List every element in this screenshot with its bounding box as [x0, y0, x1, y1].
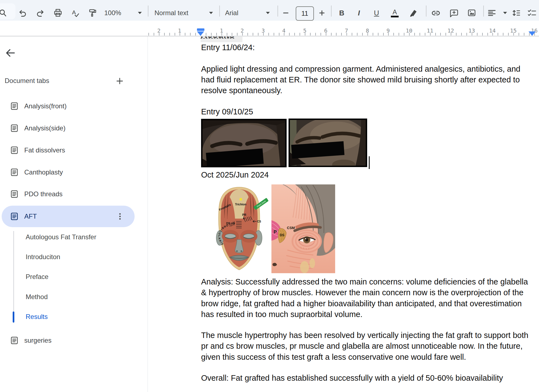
toolbar: A 100% Normal text Arial	[0, 0, 539, 21]
ruler-ticks	[148, 33, 539, 36]
zoom-select[interactable]: 100%	[104, 7, 142, 19]
cs-label: CS	[257, 220, 261, 223]
right-indent-marker[interactable]	[529, 31, 536, 36]
add-comment-button[interactable]	[448, 7, 460, 19]
sidebar-item-analysis-side[interactable]: Analysis(side)	[10, 120, 65, 136]
document-icon	[10, 124, 18, 132]
body-line: Applied light dressing and compression g…	[201, 64, 520, 74]
ruler-baseline	[0, 36, 539, 36]
body-line: had fluid replacement at ER. The donor s…	[201, 74, 520, 85]
divider	[148, 6, 148, 17]
entry-title: Entry 09/10/25	[201, 106, 253, 117]
pr-label: PR	[242, 213, 246, 216]
spellcheck-button[interactable]: A	[69, 7, 81, 19]
redo-button[interactable]	[34, 7, 46, 19]
chevron-down-icon	[209, 12, 213, 14]
p-label: P	[274, 229, 277, 235]
document-icon	[10, 336, 18, 345]
tab-options-menu-button[interactable]	[114, 210, 126, 222]
brow-photo-before[interactable]	[201, 119, 287, 167]
chevron-down-icon	[138, 12, 142, 14]
ds2-label: DS	[280, 233, 284, 237]
insert-image-button[interactable]	[466, 7, 478, 19]
divider	[426, 6, 426, 17]
outline-item-introduciton[interactable]: Introduciton	[26, 251, 60, 262]
sidebar-item-label: PDO threads	[24, 190, 63, 198]
zoom-value: 100%	[104, 9, 121, 17]
search-icon[interactable]	[0, 7, 9, 19]
chevron-down-icon	[266, 12, 270, 14]
paragraph-style-value: Normal text	[154, 9, 188, 17]
font-size-input[interactable]: 11	[296, 6, 314, 21]
outline-item-autologous-fat-transfer[interactable]: Autologous Fat Transfer	[26, 232, 96, 243]
body-line: pr and cs brow muscles, pr muscle and gl…	[201, 341, 522, 351]
svg-text:A: A	[72, 9, 76, 15]
font-select[interactable]: Arial	[225, 7, 270, 19]
clipped-heading: Results	[201, 37, 242, 42]
body-line: has resulted in too much supraorbital vo…	[201, 309, 362, 320]
bold-button[interactable]: B	[336, 7, 348, 19]
divider	[483, 6, 484, 17]
active-outline-indicator	[13, 312, 14, 323]
font-value: Arial	[225, 9, 238, 17]
paragraph-style-select[interactable]: Normal text	[154, 7, 213, 19]
sidebar-item-label: Fat dissolvers	[24, 146, 65, 154]
anatomy-diagram-half-face[interactable]: P DS CSM	[271, 184, 335, 273]
sidebar-item-surgeries[interactable]: surgeries	[10, 333, 52, 348]
body-line: brow ridge, fat grafted had a higher bio…	[201, 298, 522, 309]
anatomy-diagram-muscle-head[interactable]: Frontalis Trichion PR DS CS Fixed Zone O…	[209, 186, 270, 273]
first-line-indent-marker[interactable]	[197, 28, 204, 31]
brow-photo-after[interactable]	[289, 119, 367, 167]
divider	[277, 6, 278, 17]
three-dot-menu-icon	[116, 213, 124, 220]
italic-button[interactable]: I	[353, 7, 365, 19]
back-arrow-button[interactable]	[4, 47, 16, 59]
image-caption: Oct 2025/Jun 2024	[201, 170, 269, 180]
chevron-down-icon	[503, 12, 507, 14]
underline-button[interactable]: U	[370, 7, 383, 19]
left-indent-marker[interactable]	[197, 31, 204, 36]
insert-link-button[interactable]	[430, 7, 442, 19]
document-icon	[10, 168, 18, 176]
trichion-label: Trichion	[235, 203, 246, 206]
undo-button[interactable]	[17, 7, 29, 19]
sidebar-item-label: AFT	[24, 213, 37, 220]
csm-label: CSM	[287, 226, 295, 230]
outline-guide-line	[13, 231, 14, 323]
sidebar-item-aft[interactable]: AFT	[10, 209, 37, 224]
outline-item-results[interactable]: Results	[26, 311, 48, 322]
text-color-button[interactable]: A	[389, 7, 401, 19]
text-cursor	[369, 156, 370, 169]
sidebar-item-analysis-front[interactable]: Analysis(front)	[10, 98, 66, 114]
outline-item-method[interactable]: Method	[26, 291, 48, 302]
align-button[interactable]	[487, 7, 507, 19]
checklist-button[interactable]	[526, 7, 538, 19]
google-docs-window: A 100% Normal text Arial	[0, 0, 539, 392]
body-line: Analysis: Successfully addressed the two…	[201, 276, 528, 287]
text-color-swatch	[391, 16, 399, 17]
increase-font-size-button[interactable]	[316, 7, 328, 19]
decrease-font-size-button[interactable]	[280, 7, 292, 19]
body-line: Overall: Fat grafted has established suc…	[201, 373, 503, 383]
document-icon	[10, 212, 18, 221]
paint-format-button[interactable]	[87, 7, 99, 19]
print-button[interactable]	[52, 7, 64, 19]
divider	[331, 6, 332, 17]
sidebar-item-fat-dissolvers[interactable]: Fat dissolvers	[10, 143, 65, 158]
sidebar-item-label: Canthoplasty	[24, 168, 63, 176]
sidebar-border	[148, 36, 148, 392]
document-icon	[10, 146, 18, 154]
sidebar-item-canthoplasty[interactable]: Canthoplasty	[10, 165, 63, 180]
add-tab-button[interactable]	[114, 75, 126, 87]
body-line: & hypertrophy of brow muscles. However t…	[201, 287, 524, 298]
sidebar-title: Document tabs	[5, 75, 49, 86]
sidebar-item-label: surgeries	[24, 337, 52, 344]
body-line: given this success of this test graft a …	[201, 352, 466, 363]
sidebar-item-pdo-threads[interactable]: PDO threads	[10, 186, 63, 202]
body-line: The muscle hypertrophy has been resolved…	[201, 330, 528, 341]
highlight-color-button[interactable]	[407, 7, 420, 19]
sidebar-item-label: Analysis(front)	[24, 102, 66, 110]
outline-item-preface[interactable]: Preface	[26, 271, 49, 282]
document-icon	[10, 190, 18, 198]
line-spacing-button[interactable]	[510, 7, 522, 19]
